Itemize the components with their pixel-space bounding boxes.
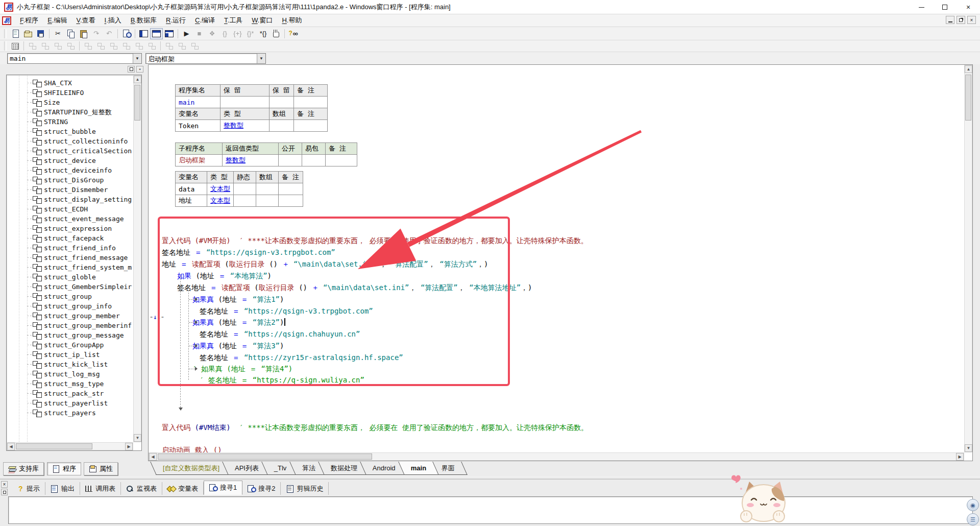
tree-item[interactable]: struct_criticalSection: [27, 146, 133, 156]
chevron-down-icon[interactable]: ▼: [133, 54, 141, 63]
tree-item[interactable]: Size: [27, 98, 133, 107]
tree-item[interactable]: struct_globle: [27, 272, 133, 282]
tree-item[interactable]: struct_deviceinfo: [27, 165, 133, 175]
floating-badge-icon[interactable]: ◉: [967, 499, 979, 511]
tree-item[interactable]: struct_payers: [27, 408, 133, 418]
menu-I[interactable]: I.插入: [100, 15, 126, 26]
table-header-cell[interactable]: 备 注: [326, 143, 357, 155]
table-header-cell[interactable]: 公开: [279, 143, 302, 155]
table-cell[interactable]: 启动框架: [176, 155, 223, 166]
pause-hand-icon[interactable]: [270, 28, 282, 39]
close-button[interactable]: ×: [957, 0, 980, 14]
local-vars-table[interactable]: 变量名类 型静态数组备 注data文本型地址文本型: [175, 171, 303, 207]
tree-item[interactable]: struct_ip_list: [27, 350, 133, 360]
table-header-cell[interactable]: 程序集名: [176, 85, 220, 97]
tree-item[interactable]: struct_bubble: [27, 127, 133, 136]
scroll-left-icon[interactable]: ◀: [7, 443, 15, 450]
menu-V[interactable]: V.查看: [71, 15, 100, 26]
open-icon[interactable]: [21, 28, 34, 39]
table-cell[interactable]: [234, 183, 256, 195]
table-header-cell[interactable]: 保 留: [270, 85, 294, 97]
editor-vscrollbar[interactable]: ▲ ▼: [964, 65, 972, 452]
maximize-button[interactable]: [933, 0, 957, 14]
panel-tab-提示[interactable]: ?提示: [13, 482, 45, 495]
table-header-cell[interactable]: 返回值类型: [223, 143, 279, 155]
table-header-cell[interactable]: 备 注: [294, 85, 328, 97]
table-cell[interactable]: [270, 120, 294, 132]
table-cell[interactable]: [234, 195, 256, 207]
panel-tab-剪辑历史[interactable]: 剪辑历史: [281, 482, 329, 495]
floating-badge-icon[interactable]: ☰: [967, 513, 979, 525]
editor-hscrollbar[interactable]: ◀ ▶: [149, 452, 964, 461]
panel-float-button[interactable]: [1, 489, 8, 495]
table-cell[interactable]: 地址: [176, 195, 207, 207]
tree-item[interactable]: struct_pack_str: [27, 389, 133, 398]
panel-tab-搜寻1[interactable]: 搜寻1: [204, 481, 242, 495]
tree-item[interactable]: struct_expression: [27, 224, 133, 233]
panel-close-button[interactable]: ×: [1, 481, 8, 488]
help-find-icon[interactable]: ?: [287, 28, 300, 39]
tree-item[interactable]: struct_group_member: [27, 311, 133, 321]
layout-top-icon[interactable]: [150, 28, 163, 39]
menu-T[interactable]: T.工具: [219, 15, 247, 26]
tree-item[interactable]: STRING: [27, 117, 133, 127]
menu-H[interactable]: H.帮助: [277, 15, 306, 26]
tree-item[interactable]: struct_display_setting: [27, 195, 133, 204]
scroll-left-icon[interactable]: ◀: [149, 453, 157, 461]
table-cell[interactable]: [220, 97, 270, 108]
breakpoint-icon[interactable]: *{}: [257, 28, 270, 39]
tree-item[interactable]: struct_friend_message: [27, 253, 133, 262]
find-icon[interactable]: [120, 28, 133, 39]
tree-item[interactable]: struct_collectioninfo: [27, 136, 133, 146]
table-cell[interactable]: [270, 97, 294, 108]
code-editor[interactable]: 程序集名保 留保 留备 注main变量名类 型数组备 注Token整数型 子程序…: [148, 64, 973, 461]
table-cell[interactable]: 文本型: [207, 195, 234, 207]
tree-hscrollbar[interactable]: ◀ ▶: [7, 442, 133, 450]
table-cell[interactable]: [302, 155, 326, 166]
paste-icon[interactable]: [77, 28, 90, 39]
panel-tab-输出[interactable]: 输出: [45, 482, 80, 495]
tree-item[interactable]: struct_payerlist: [27, 398, 133, 408]
table-cell[interactable]: 整数型: [223, 155, 279, 166]
tree-item[interactable]: struct_event_message: [27, 214, 133, 224]
table-cell[interactable]: [279, 183, 303, 195]
table-cell[interactable]: [279, 195, 303, 207]
panel-tab-变量表[interactable]: 变量表: [162, 482, 204, 495]
table-cell[interactable]: [256, 195, 279, 207]
minimize-button[interactable]: [910, 0, 933, 14]
dock-float-button[interactable]: [128, 66, 135, 73]
tree-item[interactable]: struct_group_memberinf: [27, 321, 133, 330]
menu-B[interactable]: B.数据库: [126, 15, 161, 26]
table-header-cell[interactable]: 静态: [234, 172, 256, 183]
menu-C[interactable]: C.编译: [190, 15, 219, 26]
cut-icon[interactable]: ✂: [52, 28, 64, 39]
table-cell[interactable]: [256, 183, 279, 195]
panel-tab-调用表[interactable]: 调用表: [80, 482, 121, 495]
tree-item[interactable]: struct_group_info: [27, 301, 133, 311]
form-grid-icon[interactable]: [9, 40, 21, 52]
tree-item[interactable]: struct_group_message: [27, 330, 133, 340]
tree-item[interactable]: struct_msg_type: [27, 379, 133, 389]
table-cell[interactable]: [326, 155, 357, 166]
table-cell[interactable]: [294, 120, 328, 132]
table-header-cell[interactable]: 备 注: [294, 108, 328, 120]
table-header-cell[interactable]: 变量名: [176, 108, 220, 120]
table-header-cell[interactable]: 备 注: [279, 172, 303, 183]
tree-item[interactable]: struct_GmemberSimpleir: [27, 282, 133, 292]
scroll-right-icon[interactable]: ▶: [956, 453, 964, 461]
run-icon[interactable]: ▶: [180, 28, 193, 39]
table-header-cell[interactable]: 保 留: [220, 85, 270, 97]
tab-支持库[interactable]: 支持库: [3, 462, 44, 475]
copy-icon[interactable]: [64, 28, 77, 39]
table-header-cell[interactable]: 易包: [302, 143, 326, 155]
panel-tab-监视表[interactable]: 监视表: [121, 482, 162, 495]
save-icon[interactable]: [34, 28, 47, 39]
scroll-up-icon[interactable]: ▲: [965, 65, 972, 73]
tree-item[interactable]: struct_friend_info: [27, 243, 133, 253]
table-cell[interactable]: 整数型: [220, 120, 270, 132]
menu-F[interactable]: F.程序: [15, 15, 43, 26]
subroutine-table[interactable]: 子程序名返回值类型公开易包备 注启动框架整数型: [175, 142, 357, 166]
panel-tab-搜寻2[interactable]: 搜寻2: [242, 482, 281, 495]
tab-属性[interactable]: 属性: [84, 462, 118, 475]
menu-W[interactable]: W.窗口: [247, 15, 277, 26]
